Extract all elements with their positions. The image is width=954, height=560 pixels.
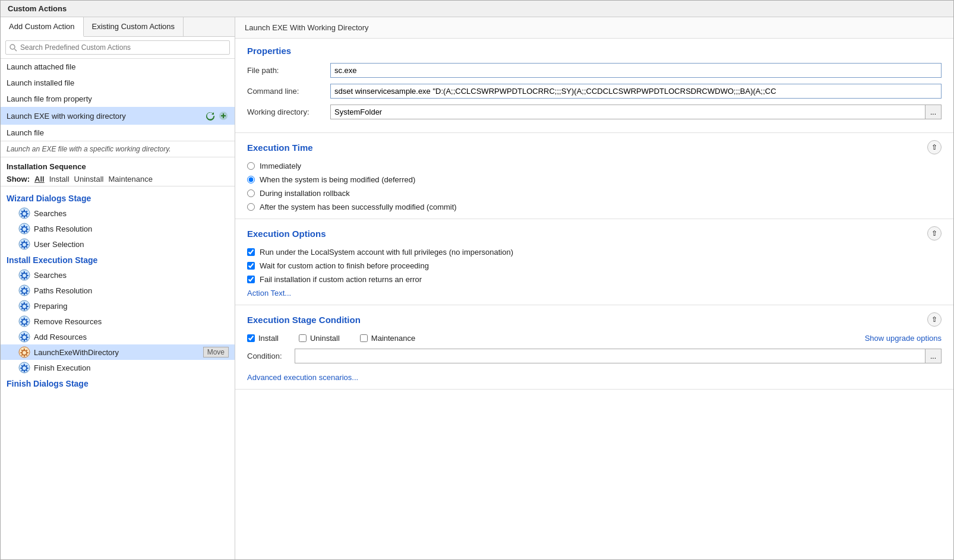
action-description: Launch an EXE file with a specific worki… (1, 141, 235, 157)
gear-blue-icon-searches-wd (18, 207, 30, 219)
tree-label-paths-wd: Paths Resolution (34, 224, 92, 233)
radio-commit-input[interactable] (247, 203, 255, 211)
radio-immediately[interactable]: Immediately (247, 162, 942, 170)
tree-item-finish-exec-ie[interactable]: Finish Execution (1, 360, 235, 375)
execution-stage-condition-header: Execution Stage Condition ⇧ (247, 312, 942, 327)
checkbox-install-sc-input[interactable] (247, 334, 255, 342)
show-upgrade-options-link[interactable]: Show upgrade options (865, 334, 942, 343)
properties-title: Properties (247, 46, 291, 56)
action-item-launch-installed[interactable]: Launch installed file (1, 75, 235, 91)
file-path-label: File path: (247, 66, 330, 75)
condition-browse-button[interactable]: ... (925, 349, 942, 363)
checkbox-uninstall-sc[interactable]: Uninstall (299, 334, 340, 343)
checkbox-maintenance-sc[interactable]: Maintenance (360, 334, 415, 343)
main-layout: Add Custom Action Existing Custom Action… (1, 17, 953, 559)
action-item-launch-attached[interactable]: Launch attached file (1, 59, 235, 75)
condition-input[interactable] (295, 349, 925, 363)
condition-row: Condition: ... (247, 349, 942, 363)
file-path-input[interactable] (330, 63, 942, 78)
execution-time-radio-group: Immediately When the system is being mod… (247, 162, 942, 211)
radio-rollback-input[interactable] (247, 189, 255, 197)
radio-deferred-input[interactable] (247, 176, 255, 183)
working-dir-input[interactable] (330, 105, 925, 119)
radio-commit[interactable]: After the system has been successfully m… (247, 203, 942, 211)
move-button[interactable]: Move (203, 347, 229, 357)
filter-maintenance[interactable]: Maintenance (108, 175, 152, 183)
action-item-launch-from-prop[interactable]: Launch file from property (1, 91, 235, 107)
execution-time-collapse-button[interactable]: ⇧ (927, 140, 942, 154)
tree-item-launch-exe-ie[interactable]: LaunchExeWithDirectory Move (1, 344, 235, 360)
condition-label: Condition: (247, 352, 295, 360)
sequence-section: Installation Sequence Show: All Install … (1, 157, 235, 186)
execution-stage-condition-collapse-button[interactable]: ⇧ (927, 312, 942, 327)
gear-blue-icon-paths-ie (18, 284, 30, 296)
radio-rollback[interactable]: During installation rollback (247, 189, 942, 198)
advanced-scenarios-link[interactable]: Advanced execution scenarios... (247, 373, 358, 382)
panel-title: Launch EXE With Working Directory (235, 17, 953, 39)
tree-item-remove-res-ie[interactable]: Remove Resources (1, 314, 235, 329)
condition-field-group: ... (295, 349, 942, 363)
tree-label-launch-exe-ie: LaunchExeWithDirectory (34, 348, 119, 357)
checkbox-uninstall-sc-input[interactable] (299, 334, 307, 342)
tree-item-searches-wd[interactable]: Searches (1, 205, 235, 221)
checkbox-run-local[interactable]: Run under the LocalSystem account with f… (247, 248, 942, 257)
checkbox-fail-error[interactable]: Fail installation if custom action retur… (247, 275, 942, 284)
tree-label-searches-wd: Searches (34, 209, 67, 218)
action-list-inner: Launch attached file Launch installed fi… (1, 59, 235, 141)
add-icon[interactable] (218, 110, 229, 121)
tree-item-add-res-ie[interactable]: Add Resources (1, 329, 235, 344)
checkbox-wait-finish[interactable]: Wait for custom action to finish before … (247, 261, 942, 270)
execution-stage-condition-section: Execution Stage Condition ⇧ Install Unin… (235, 305, 953, 390)
execution-options-checkboxes: Run under the LocalSystem account with f… (247, 248, 942, 284)
checkbox-maintenance-sc-input[interactable] (360, 334, 368, 342)
working-dir-row: Working directory: ... (247, 105, 942, 119)
working-dir-field-group: ... (330, 105, 942, 119)
command-line-input[interactable] (330, 84, 942, 99)
tree-label-remove-res-ie: Remove Resources (34, 317, 102, 326)
execution-options-collapse-button[interactable]: ⇧ (927, 226, 942, 241)
radio-immediately-input[interactable] (247, 162, 255, 170)
checkbox-install-sc[interactable]: Install (247, 334, 279, 343)
properties-section: Properties File path: Command line: Work… (235, 39, 953, 133)
main-window: Custom Actions Add Custom Action Existin… (0, 0, 954, 560)
action-item-launch-file[interactable]: Launch file (1, 125, 235, 141)
checkbox-wait-finish-input[interactable] (247, 262, 255, 270)
radio-deferred[interactable]: When the system is being modified (defer… (247, 175, 942, 184)
checkbox-run-local-input[interactable] (247, 248, 255, 256)
gear-orange-icon-launch-exe-ie (18, 346, 30, 358)
gear-blue-icon-preparing-ie (18, 300, 30, 312)
execution-stage-condition-title: Execution Stage Condition (247, 315, 361, 325)
file-path-row: File path: (247, 63, 942, 78)
action-text-link[interactable]: Action Text... (247, 289, 291, 298)
tab-existing-custom-actions[interactable]: Existing Custom Actions (84, 17, 184, 36)
tree-item-searches-ie[interactable]: Searches (1, 267, 235, 283)
tree-label-searches-ie: Searches (34, 271, 67, 280)
tree-item-preparing-ie[interactable]: Preparing (1, 298, 235, 314)
execution-time-header: Execution Time ⇧ (247, 140, 942, 154)
show-filter: Show: All Install Uninstall Maintenance (7, 175, 229, 183)
tree-label-preparing-ie: Preparing (34, 302, 67, 311)
search-input[interactable] (5, 40, 230, 55)
filter-all[interactable]: All (34, 175, 45, 183)
gear-blue-icon-finish-exec-ie (18, 362, 30, 374)
refresh-icon[interactable] (205, 110, 216, 121)
action-item-launch-exe-wd[interactable]: Launch EXE with working directory (1, 107, 235, 125)
tree-item-paths-wd[interactable]: Paths Resolution (1, 221, 235, 236)
gear-blue-icon-add-res-ie (18, 331, 30, 343)
tabs-bar: Add Custom Action Existing Custom Action… (1, 17, 235, 37)
tree-label-paths-ie: Paths Resolution (34, 286, 92, 295)
checkbox-fail-error-input[interactable] (247, 276, 255, 283)
filter-install[interactable]: Install (49, 175, 70, 183)
tree-item-paths-ie[interactable]: Paths Resolution (1, 283, 235, 298)
working-dir-browse-button[interactable]: ... (925, 105, 942, 119)
tree-item-user-sel-wd[interactable]: User Selection (1, 236, 235, 252)
window-title: Custom Actions (1, 1, 953, 17)
gear-blue-icon-paths-wd (18, 223, 30, 235)
filter-uninstall[interactable]: Uninstall (74, 175, 104, 183)
action-item-icons (205, 110, 229, 121)
tab-add-custom-action[interactable]: Add Custom Action (1, 17, 84, 37)
stage-finish-dialogs: Finish Dialogs Stage (1, 375, 235, 391)
tree-label-finish-exec-ie: Finish Execution (34, 363, 90, 372)
execution-time-section: Execution Time ⇧ Immediately When the sy… (235, 133, 953, 219)
gear-blue-icon-searches-ie (18, 269, 30, 281)
